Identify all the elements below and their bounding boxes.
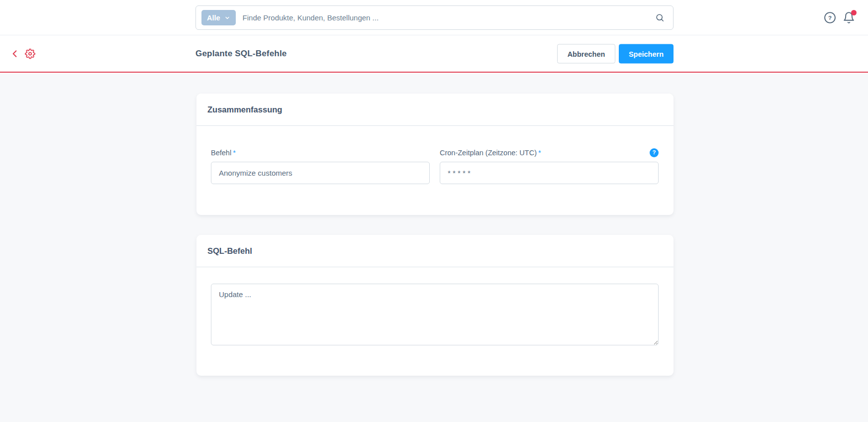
search-scope-label: Alle [207, 14, 220, 22]
command-field: Befehl* [211, 148, 430, 184]
notification-bell-icon[interactable] [843, 11, 855, 24]
back-button[interactable] [8, 47, 21, 61]
summary-card: Zusammenfassung Befehl* Cron-Zeitplan (Z… [196, 94, 674, 215]
sql-card-body [196, 267, 674, 347]
command-field-label: Befehl* [211, 149, 236, 157]
help-glyph: ? [828, 15, 832, 21]
cron-field-label: Cron-Zeitplan (Zeitzone: UTC)* [440, 149, 541, 157]
required-mark: * [538, 149, 541, 157]
search-icon [655, 13, 665, 22]
sql-card-title: SQL-Befehl [196, 235, 674, 267]
command-input[interactable] [211, 162, 430, 184]
smartbar: Geplante SQL-Befehle Abbrechen Speichern [0, 36, 868, 73]
search-input[interactable] [236, 6, 655, 29]
content-area: Zusammenfassung Befehl* Cron-Zeitplan (Z… [0, 74, 868, 422]
topbar-icons: ? [824, 0, 868, 35]
required-mark: * [233, 149, 236, 157]
search-scope-dropdown[interactable]: Alle [201, 10, 236, 25]
summary-card-body: Befehl* Cron-Zeitplan (Zeitzone: UTC)* ? [196, 126, 674, 184]
save-button[interactable]: Speichern [619, 44, 674, 64]
topbar: Alle ? [0, 0, 868, 35]
help-icon[interactable]: ? [824, 11, 836, 24]
summary-card-title: Zusammenfassung [196, 94, 674, 126]
sql-statement-textarea[interactable] [211, 284, 659, 345]
chevron-down-icon [224, 15, 230, 21]
page-title: Geplante SQL-Befehle [195, 49, 287, 59]
sql-card: SQL-Befehl [196, 235, 674, 376]
settings-gear-icon[interactable] [24, 48, 36, 60]
notification-dot [851, 10, 857, 15]
cron-field: Cron-Zeitplan (Zeitzone: UTC)* ? [440, 148, 659, 184]
cron-input[interactable] [440, 162, 659, 184]
global-search-bar: Alle [195, 5, 674, 30]
cron-help-icon[interactable]: ? [650, 148, 659, 157]
smartbar-actions: Abbrechen Speichern [557, 44, 674, 64]
cancel-button[interactable]: Abbrechen [557, 44, 615, 64]
